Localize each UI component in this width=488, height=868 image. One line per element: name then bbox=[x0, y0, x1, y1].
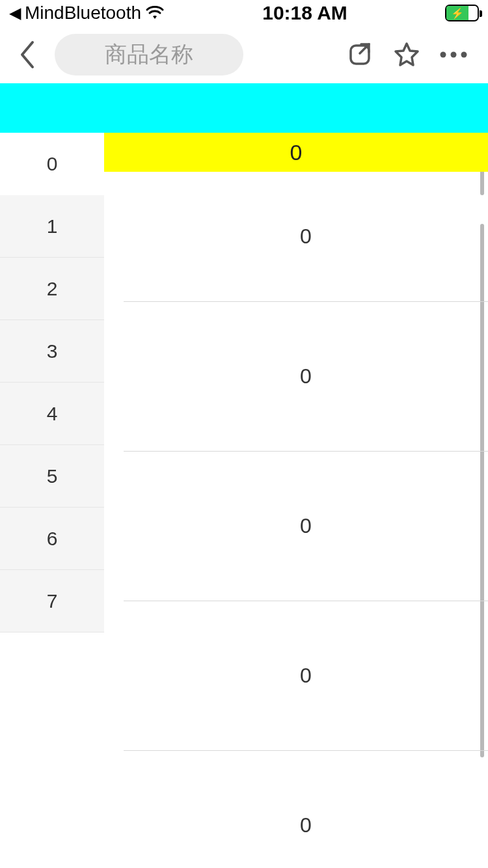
favorite-button[interactable] bbox=[388, 36, 426, 74]
section-header: 0 bbox=[104, 133, 488, 172]
category-sidebar[interactable]: 0 1 2 3 4 5 6 7 bbox=[0, 133, 104, 868]
list-item[interactable]: 0 bbox=[124, 172, 488, 302]
list-item[interactable]: 0 bbox=[124, 452, 488, 601]
svg-point-3 bbox=[461, 52, 467, 58]
status-back-app[interactable]: ◀ MindBluetooth bbox=[9, 3, 165, 23]
star-icon bbox=[393, 41, 420, 68]
sidebar-item-label: 2 bbox=[20, 278, 85, 300]
nav-bar: 商品名称 bbox=[0, 26, 488, 83]
share-icon bbox=[347, 42, 373, 68]
back-button[interactable] bbox=[9, 36, 46, 73]
status-battery: ⚡ bbox=[445, 5, 479, 21]
list-item-value: 0 bbox=[300, 514, 312, 538]
sidebar-item-label: 3 bbox=[20, 340, 85, 362]
status-time: 10:18 AM bbox=[262, 2, 347, 24]
banner-strip bbox=[0, 83, 488, 133]
sidebar-item-label: 6 bbox=[20, 528, 85, 550]
charging-bolt-icon: ⚡ bbox=[451, 7, 464, 20]
ellipsis-icon bbox=[439, 51, 468, 59]
sidebar-item-1[interactable]: 1 bbox=[0, 195, 104, 258]
section-header-label: 0 bbox=[290, 140, 303, 165]
sidebar-item-0[interactable]: 0 bbox=[0, 133, 104, 195]
back-triangle-icon: ◀ bbox=[9, 4, 21, 22]
sidebar-item-label: 7 bbox=[20, 590, 85, 612]
sidebar-item-7[interactable]: 7 bbox=[0, 570, 104, 632]
sidebar-item-label: 0 bbox=[20, 153, 85, 175]
list-item-value: 0 bbox=[300, 813, 312, 837]
list-item[interactable]: 0 bbox=[124, 601, 488, 751]
list-item-value: 0 bbox=[300, 364, 312, 388]
sidebar-item-5[interactable]: 5 bbox=[0, 445, 104, 508]
main-panel: 0 0 0 0 0 0 bbox=[104, 133, 488, 868]
sidebar-item-6[interactable]: 6 bbox=[0, 508, 104, 570]
more-button[interactable] bbox=[435, 36, 472, 74]
content-columns: 0 1 2 3 4 5 6 7 0 0 bbox=[0, 133, 488, 868]
wifi-icon bbox=[145, 6, 165, 20]
status-bar: ◀ MindBluetooth 10:18 AM ⚡ bbox=[0, 0, 488, 26]
search-input[interactable]: 商品名称 bbox=[55, 34, 243, 75]
list-item[interactable]: 0 bbox=[124, 751, 488, 868]
sidebar-item-4[interactable]: 4 bbox=[0, 383, 104, 445]
chevron-left-icon bbox=[18, 40, 36, 70]
sidebar-item-label: 4 bbox=[20, 403, 85, 425]
list-item-value: 0 bbox=[300, 224, 312, 249]
search-placeholder: 商品名称 bbox=[105, 40, 193, 70]
sidebar-item-3[interactable]: 3 bbox=[0, 320, 104, 383]
back-app-label: MindBluetooth bbox=[25, 3, 141, 23]
svg-point-2 bbox=[451, 52, 457, 58]
battery-icon: ⚡ bbox=[445, 5, 479, 21]
item-list[interactable]: 0 0 0 0 0 bbox=[104, 172, 488, 868]
list-item-value: 0 bbox=[300, 664, 312, 688]
share-button[interactable] bbox=[341, 36, 379, 74]
sidebar-item-label: 1 bbox=[20, 215, 85, 237]
sidebar-item-label: 5 bbox=[20, 465, 85, 487]
svg-point-1 bbox=[441, 52, 446, 58]
list-item[interactable]: 0 bbox=[124, 302, 488, 452]
sidebar-item-2[interactable]: 2 bbox=[0, 258, 104, 320]
